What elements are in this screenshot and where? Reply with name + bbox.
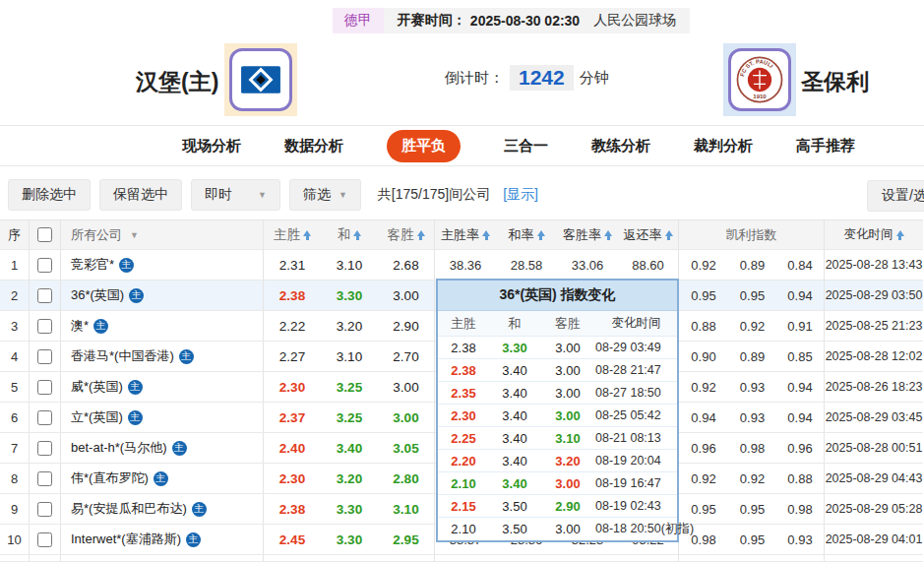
- company-cell[interactable]: 竞彩官*主: [61, 250, 264, 280]
- sort-up-icon[interactable]: [604, 230, 612, 240]
- delete-selected-button[interactable]: 删除选中: [8, 179, 91, 211]
- away-odds-cell[interactable]: 3.00: [378, 281, 435, 310]
- draw-odds-cell[interactable]: 3.10: [321, 342, 378, 371]
- draw-odds-cell[interactable]: 3.25: [321, 372, 378, 402]
- draw-odds-cell[interactable]: 3.40: [321, 433, 378, 463]
- home-odds-cell[interactable]: 2.45: [264, 525, 321, 554]
- header-home-odds[interactable]: 主胜: [264, 220, 321, 249]
- row-seq: 8: [0, 464, 30, 493]
- filter-dropdown[interactable]: 筛选 ▼: [289, 179, 361, 211]
- company-cell[interactable]: bet-at-h*(马尔他)主: [61, 433, 264, 463]
- header-away-odds[interactable]: 客胜: [378, 220, 435, 249]
- kelly-cell: 0.95: [728, 281, 776, 310]
- row-checkbox-cell[interactable]: [30, 494, 61, 524]
- row-checkbox-cell[interactable]: [30, 342, 61, 371]
- table-row[interactable]: 1竞彩官*主2.313.102.6838.3628.5833.0688.600.…: [0, 250, 923, 281]
- tab-coach-analysis[interactable]: 教练分析: [591, 137, 650, 156]
- company-name: 威*(英国): [71, 378, 123, 396]
- row-checkbox[interactable]: [37, 258, 52, 273]
- draw-odds-cell[interactable]: 3.25: [321, 403, 378, 432]
- instant-dropdown[interactable]: 即时 ▼: [191, 179, 280, 211]
- row-checkbox-cell[interactable]: [30, 311, 61, 341]
- header-away-rate[interactable]: 客胜率: [557, 220, 618, 249]
- row-checkbox[interactable]: [37, 380, 52, 395]
- sort-up-icon[interactable]: [353, 230, 361, 240]
- away-odds-cell[interactable]: 2.95: [378, 525, 435, 554]
- select-all-checkbox[interactable]: [37, 227, 52, 242]
- settings-button[interactable]: 设置/选: [867, 180, 924, 212]
- away-odds-cell[interactable]: 3.00: [378, 403, 435, 432]
- header-draw-label: 和: [338, 226, 351, 244]
- company-cell[interactable]: 澳*主: [61, 311, 264, 341]
- header-payout-rate[interactable]: 返还率: [618, 220, 679, 249]
- home-odds-cell[interactable]: 2.38: [264, 494, 321, 524]
- home-odds-cell[interactable]: 2.37: [264, 403, 321, 432]
- row-checkbox-cell[interactable]: [30, 403, 61, 432]
- show-link[interactable]: [显示]: [503, 186, 538, 204]
- away-odds-cell[interactable]: 3.00: [378, 372, 435, 402]
- draw-odds-cell[interactable]: 3.10: [321, 250, 378, 280]
- tab-live-analysis[interactable]: 现场分析: [182, 137, 241, 156]
- home-odds-cell[interactable]: 2.27: [264, 342, 321, 371]
- row-checkbox-cell[interactable]: [30, 464, 61, 493]
- header-change-time[interactable]: 变化时间: [825, 220, 923, 249]
- company-cell[interactable]: 易*(安提瓜和巴布达)主: [61, 494, 264, 524]
- tab-three-in-one[interactable]: 三合一: [504, 137, 548, 156]
- header-company[interactable]: 所有公司 ▼: [61, 220, 264, 249]
- sort-up-icon[interactable]: [482, 230, 490, 240]
- row-checkbox[interactable]: [37, 441, 52, 456]
- away-odds-cell[interactable]: 2.80: [378, 464, 435, 493]
- away-odds-cell[interactable]: 2.90: [378, 311, 435, 341]
- home-odds-cell[interactable]: 2.30: [264, 464, 321, 493]
- draw-odds-cell[interactable]: 3.20: [321, 464, 378, 493]
- company-cell[interactable]: Interwet*(塞浦路斯)主: [61, 525, 264, 554]
- header-draw-odds[interactable]: 和: [321, 220, 378, 249]
- row-checkbox-cell[interactable]: [30, 525, 61, 554]
- sort-up-icon[interactable]: [896, 230, 904, 240]
- row-checkbox[interactable]: [37, 288, 52, 303]
- league-badge: 德甲: [333, 8, 384, 33]
- row-checkbox-cell[interactable]: [30, 281, 61, 310]
- header-home-rate[interactable]: 主胜率: [435, 220, 496, 249]
- away-odds-cell[interactable]: 2.68: [378, 250, 435, 280]
- company-cell[interactable]: 伟*(直布罗陀)主: [61, 464, 264, 493]
- home-odds-cell[interactable]: 2.31: [264, 250, 321, 280]
- header-draw-rate[interactable]: 和率: [496, 220, 557, 249]
- home-odds-cell[interactable]: 2.30: [264, 372, 321, 402]
- company-cell[interactable]: 36*(英国)主: [61, 281, 264, 310]
- tab-expert-picks[interactable]: 高手推荐: [796, 137, 855, 156]
- kelly-cell: 0.91: [776, 311, 825, 341]
- row-checkbox[interactable]: [37, 349, 52, 364]
- tab-win-draw-lose[interactable]: 胜平负: [387, 130, 461, 162]
- row-checkbox-cell[interactable]: [30, 250, 61, 280]
- company-cell[interactable]: 威*(英国)主: [61, 372, 264, 402]
- row-checkbox[interactable]: [37, 319, 52, 334]
- home-odds-cell[interactable]: 2.40: [264, 433, 321, 463]
- away-odds-cell[interactable]: 3.05: [378, 433, 435, 463]
- row-checkbox[interactable]: [37, 532, 52, 547]
- sort-up-icon[interactable]: [665, 230, 673, 240]
- tab-data-analysis[interactable]: 数据分析: [284, 137, 343, 156]
- row-checkbox[interactable]: [37, 471, 52, 486]
- keep-selected-button[interactable]: 保留选中: [99, 179, 182, 211]
- countdown-value: 1242: [510, 65, 574, 91]
- row-checkbox-cell[interactable]: [30, 372, 61, 402]
- draw-odds-cell[interactable]: 3.30: [321, 525, 378, 554]
- draw-odds-cell[interactable]: 3.30: [321, 494, 378, 524]
- home-odds-cell[interactable]: 2.22: [264, 311, 321, 341]
- away-odds-cell[interactable]: 2.70: [378, 342, 435, 371]
- draw-odds-cell[interactable]: 3.20: [321, 311, 378, 341]
- row-checkbox[interactable]: [37, 502, 52, 517]
- row-checkbox-cell[interactable]: [30, 433, 61, 463]
- sort-up-icon[interactable]: [303, 230, 311, 240]
- sort-up-icon[interactable]: [537, 230, 545, 240]
- header-select-all[interactable]: [30, 220, 61, 249]
- draw-odds-cell[interactable]: 3.30: [321, 281, 378, 310]
- home-odds-cell[interactable]: 2.38: [264, 281, 321, 310]
- sort-up-icon[interactable]: [417, 230, 425, 240]
- away-odds-cell[interactable]: 3.10: [378, 494, 435, 524]
- row-checkbox[interactable]: [37, 410, 52, 425]
- company-cell[interactable]: 香港马*(中国香港)主: [61, 342, 264, 371]
- tab-referee-analysis[interactable]: 裁判分析: [694, 137, 753, 156]
- company-cell[interactable]: 立*(英国)主: [61, 403, 264, 432]
